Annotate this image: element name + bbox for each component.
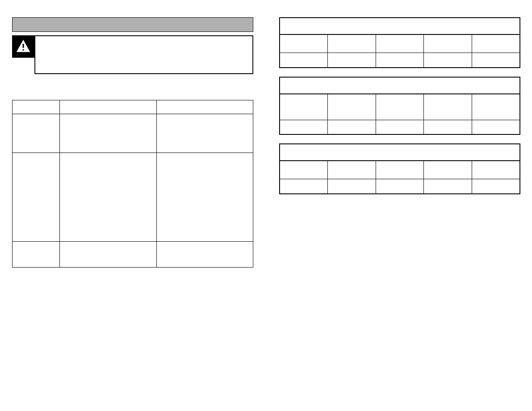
- r3-td-2: [328, 179, 376, 194]
- r1-th-1: [280, 35, 328, 53]
- r1-th-3: [376, 35, 424, 53]
- r3-th-2: [328, 161, 376, 179]
- r3-td-5: [472, 179, 520, 194]
- left-r1c1: [12, 114, 60, 153]
- right-table-2: [279, 94, 520, 135]
- table-row: [280, 53, 520, 68]
- left-r2c2: [60, 153, 157, 242]
- left-r2c1: [12, 153, 60, 242]
- r2-th-1: [280, 94, 328, 120]
- r2-td-2: [328, 120, 376, 134]
- r3-th-1: [280, 161, 328, 179]
- left-r2c3: [157, 153, 253, 242]
- right-block-3-title: [279, 143, 520, 161]
- table-row: [12, 114, 253, 153]
- right-block-3: [279, 143, 520, 194]
- table-header-row: [12, 100, 253, 114]
- right-block-2-title: [279, 77, 520, 94]
- right-table-3: [279, 161, 520, 194]
- right-column: [279, 17, 520, 268]
- left-main-table: [12, 100, 253, 268]
- r2-th-2: [328, 94, 376, 120]
- document-page: [0, 0, 532, 272]
- r1-td-1: [280, 53, 328, 68]
- right-table-1: [279, 34, 520, 68]
- left-th-3: [157, 100, 253, 114]
- svg-rect-0: [22, 44, 24, 48]
- r1-td-2: [328, 53, 376, 68]
- right-block-1: [279, 17, 520, 68]
- svg-rect-1: [22, 49, 24, 50]
- table-header-row: [280, 94, 520, 120]
- r3-th-5: [472, 161, 520, 179]
- r2-td-3: [376, 120, 424, 134]
- right-block-2: [279, 77, 520, 135]
- r1-th-5: [472, 35, 520, 53]
- left-r3c1: [12, 242, 60, 268]
- left-th-2: [60, 100, 157, 114]
- r2-th-3: [376, 94, 424, 120]
- r3-td-1: [280, 179, 328, 194]
- left-column: [12, 17, 253, 268]
- warning-text-box: [34, 35, 253, 74]
- r2-td-4: [424, 120, 472, 134]
- left-r3c2: [60, 242, 157, 268]
- warning-triangle-icon: [12, 35, 34, 58]
- r1-td-3: [376, 53, 424, 68]
- r2-td-5: [472, 120, 520, 134]
- left-r1c3: [157, 114, 253, 153]
- table-row: [280, 179, 520, 194]
- r1-td-5: [472, 53, 520, 68]
- r2-td-1: [280, 120, 328, 134]
- table-row: [12, 153, 253, 242]
- table-header-row: [280, 161, 520, 179]
- left-r1c2: [60, 114, 157, 153]
- right-block-1-title: [279, 17, 520, 34]
- r1-td-4: [424, 53, 472, 68]
- left-r3c3: [157, 242, 253, 268]
- r2-th-5: [472, 94, 520, 120]
- section-header-bar: [12, 17, 253, 32]
- r1-th-4: [424, 35, 472, 53]
- left-th-1: [12, 100, 60, 114]
- r3-th-4: [424, 161, 472, 179]
- warning-triangle-icon-svg: [15, 38, 31, 55]
- warning-block: [12, 35, 253, 74]
- r3-th-3: [376, 161, 424, 179]
- table-row: [12, 242, 253, 268]
- r3-td-4: [424, 179, 472, 194]
- table-row: [280, 120, 520, 134]
- r3-td-3: [376, 179, 424, 194]
- r2-th-4: [424, 94, 472, 120]
- r1-th-2: [328, 35, 376, 53]
- table-header-row: [280, 35, 520, 53]
